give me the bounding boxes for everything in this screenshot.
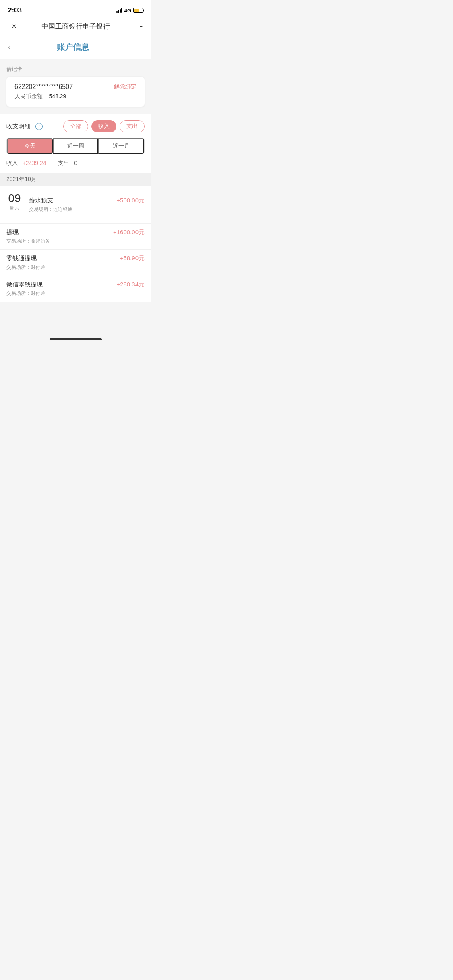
- month-header: 2021年10月: [0, 173, 151, 186]
- signal-icon: [116, 8, 122, 13]
- back-button[interactable]: ‹: [8, 42, 11, 53]
- tx-place: 交易场所：连连银通: [29, 206, 72, 213]
- tx-left: 提现 交易场所：商盟商务: [6, 229, 50, 245]
- day-info: 09 周六: [6, 193, 23, 217]
- time-filter: 今天 近一周 近一月: [6, 138, 145, 154]
- day-transactions: 薪水预支 交易场所：连连银通 +500.00元: [29, 193, 145, 217]
- bank-card: 622202*********6507 人民币余额 548.29 解除绑定: [6, 77, 145, 107]
- filter-header: 收支明细 i 全部 收入 支出: [6, 120, 145, 132]
- card-balance-row: 人民币余额 548.29: [14, 93, 73, 100]
- tx-amount: +500.00元: [116, 197, 145, 204]
- header-bar: × 中国工商银行电子银行 ···: [0, 18, 151, 35]
- summary-row: 收入 +2439.24 支出 0: [6, 160, 145, 173]
- tx-place: 交易场所：财付通: [6, 290, 45, 297]
- tx-left: 薪水预支 交易场所：连连银通: [29, 197, 72, 213]
- network-label: 4G: [124, 8, 131, 14]
- tx-name: 微信零钱提现: [6, 281, 45, 288]
- expense-label: 支出 0: [58, 160, 77, 167]
- unbind-button[interactable]: 解除绑定: [114, 83, 137, 91]
- income-value: +2439.24: [23, 160, 46, 166]
- more-button[interactable]: ···: [131, 22, 143, 31]
- tx-name: 提现: [6, 229, 50, 236]
- tx-place: 交易场所：商盟商务: [6, 238, 50, 245]
- card-section: 借记卡 622202*********6507 人民币余额 548.29 解除绑…: [0, 59, 151, 110]
- transaction-list: 09 周六 薪水预支 交易场所：连连银通 +500.00元 提现 交易场所：商盟…: [0, 186, 151, 302]
- filter-income-button[interactable]: 收入: [91, 120, 116, 132]
- status-time: 2:03: [8, 6, 22, 14]
- balance-label: 人民币余额: [14, 93, 43, 99]
- status-icons: 4G ⚡: [116, 8, 143, 14]
- tx-left: 零钱通提现 交易场所：财付通: [6, 255, 45, 271]
- day-group-09: 09 周六 薪水预支 交易场所：连连银通 +500.00元: [0, 186, 151, 224]
- time-today-button[interactable]: 今天: [7, 138, 53, 154]
- tx-name: 零钱通提现: [6, 255, 45, 262]
- page-title: 账户信息: [15, 42, 143, 53]
- tx-place: 交易场所：财付通: [6, 264, 45, 271]
- type-filter-buttons: 全部 收入 支出: [63, 120, 145, 132]
- filter-expense-button[interactable]: 支出: [120, 120, 145, 132]
- transaction-title: 收支明细: [6, 123, 31, 130]
- close-button[interactable]: ×: [8, 22, 20, 31]
- battery-icon: ⚡: [133, 8, 143, 13]
- main-content: 借记卡 622202*********6507 人民币余额 548.29 解除绑…: [0, 59, 151, 334]
- tx-left: 微信零钱提现 交易场所：财付通: [6, 281, 45, 297]
- card-number: 622202*********6507: [14, 83, 73, 91]
- transaction-item[interactable]: 微信零钱提现 交易场所：财付通 +280.34元: [0, 276, 151, 302]
- card-label: 借记卡: [6, 66, 145, 73]
- expense-value: 0: [74, 160, 77, 166]
- balance-value: 548.29: [49, 93, 66, 99]
- app-title: 中国工商银行电子银行: [20, 22, 131, 31]
- info-icon[interactable]: i: [35, 123, 43, 130]
- bottom-spacer: [0, 302, 151, 334]
- tx-amount: +280.34元: [116, 281, 145, 288]
- status-bar: 2:03 4G ⚡: [0, 0, 151, 18]
- tx-amount: +1600.00元: [113, 229, 145, 236]
- income-label: 收入 +2439.24: [6, 160, 46, 167]
- transaction-item[interactable]: 提现 交易场所：商盟商务 +1600.00元: [0, 224, 151, 250]
- day-week: 周六: [6, 205, 23, 212]
- time-week-button[interactable]: 近一周: [53, 138, 99, 154]
- tx-amount: +58.90元: [120, 255, 145, 262]
- time-month-button[interactable]: 近一月: [98, 138, 144, 154]
- filter-all-button[interactable]: 全部: [63, 120, 88, 132]
- transaction-item[interactable]: 薪水预支 交易场所：连连银通 +500.00元: [29, 193, 145, 217]
- home-bar: [50, 338, 102, 340]
- home-indicator: [0, 334, 151, 348]
- day-number: 09: [6, 193, 23, 204]
- tx-name: 薪水预支: [29, 197, 72, 204]
- card-info: 622202*********6507 人民币余额 548.29: [14, 83, 73, 100]
- transaction-section: 收支明细 i 全部 收入 支出 今天 近一周 近一月 收入 +2439.24 支…: [0, 114, 151, 173]
- transaction-item[interactable]: 零钱通提现 交易场所：财付通 +58.90元: [0, 250, 151, 276]
- page-header: ‹ 账户信息: [0, 35, 151, 59]
